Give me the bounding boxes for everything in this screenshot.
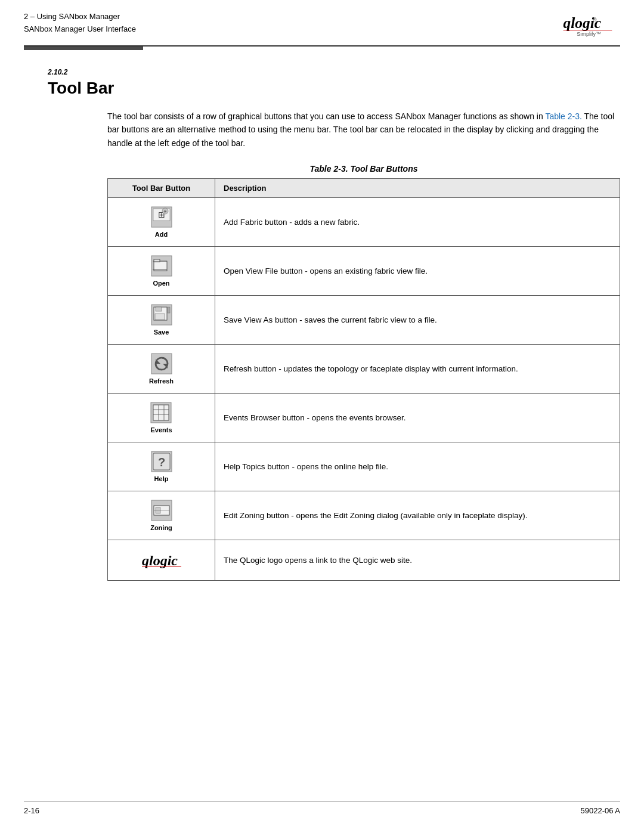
header: 2 – Using SANbox Manager SANbox Manager … [0, 0, 644, 41]
table-row: qlogic The QLogic logo opens a link to t… [108, 540, 620, 581]
svg-text:qlogic: qlogic [142, 553, 178, 568]
logo-area: qlogic ® Simplify™ [561, 11, 620, 41]
footer: 2-16 59022-06 A [24, 801, 620, 815]
table-caption: Table 2-3. Tool Bar Buttons [107, 164, 620, 174]
btn-label-zoning: Zoning [150, 524, 172, 531]
section-title: Tool Bar [48, 79, 620, 98]
table-row: ? HelpHelp Topics button - opens the onl… [108, 442, 620, 491]
btn-img-zoning [151, 500, 172, 523]
svg-rect-23 [153, 405, 169, 420]
button-cell-zoning: Zoning [108, 491, 215, 540]
btn-icon-open: Open [151, 255, 172, 287]
desc-cell-4: Events Browser button - opens the events… [215, 394, 620, 442]
btn-label-add: Add [155, 231, 168, 238]
button-cell-refresh: Refresh [108, 345, 215, 394]
button-cell-open: Open [108, 247, 215, 296]
button-cell-add: ⊞ ✳ Add [108, 198, 215, 247]
col-header-desc: Description [215, 179, 620, 198]
page: 2 – Using SANbox Manager SANbox Manager … [0, 0, 644, 833]
table-row: OpenOpen View File button - opens an exi… [108, 247, 620, 296]
desc-cell-7: The QLogic logo opens a link to the QLog… [215, 540, 620, 581]
svg-text:Simplify™: Simplify™ [577, 31, 601, 37]
btn-img-save [151, 304, 172, 327]
btn-icon-events: Events [150, 402, 172, 433]
main-content: 2.10.2 Tool Bar The tool bar consists of… [0, 50, 644, 605]
button-cell-events: Events [108, 394, 215, 442]
desc-cell-2: Save View As button - saves the current … [215, 296, 620, 345]
svg-rect-11 [154, 259, 160, 262]
btn-img-add: ⊞ ✳ [151, 206, 172, 230]
table-row: RefreshRefresh button - updates the topo… [108, 345, 620, 394]
svg-text:?: ? [157, 456, 165, 469]
btn-icon-qlogic-logo: qlogic [141, 549, 182, 572]
desc-cell-6: Edit Zoning button - opens the Edit Zoni… [215, 491, 620, 540]
table-row: EventsEvents Browser button - opens the … [108, 394, 620, 442]
desc-cell-5: Help Topics button - opens the online he… [215, 442, 620, 491]
btn-label-help: Help [154, 475, 169, 482]
header-line1: 2 – Using SANbox Manager [24, 11, 136, 23]
btn-icon-refresh: Refresh [149, 353, 174, 385]
btn-label-events: Events [150, 426, 172, 433]
svg-rect-17 [155, 314, 165, 320]
btn-img-help: ? [151, 451, 172, 474]
btn-img-qlogic-logo: qlogic [141, 549, 182, 572]
table-row: ⊞ ✳ AddAdd Fabric button - adds a new fa… [108, 198, 620, 247]
btn-label-refresh: Refresh [149, 377, 174, 385]
svg-rect-18 [168, 307, 170, 313]
table-row: SaveSave View As button - saves the curr… [108, 296, 620, 345]
button-cell-qlogic-logo: qlogic [108, 540, 215, 581]
btn-icon-save: Save [151, 304, 172, 336]
header-line2: SANbox Manager User Interface [24, 23, 136, 36]
btn-img-open [151, 255, 172, 278]
desc-cell-1: Open View File button - opens an existin… [215, 247, 620, 296]
btn-icon-zoning: Zoning [150, 500, 172, 531]
svg-text:®: ® [593, 17, 597, 23]
desc-cell-0: Add Fabric button - adds a new fabric. [215, 198, 620, 247]
svg-rect-19 [151, 354, 172, 374]
footer-page-number: 2-16 [24, 806, 39, 815]
btn-img-refresh [151, 353, 172, 376]
col-header-button: Tool Bar Button [108, 179, 215, 198]
btn-icon-add: ⊞ ✳ Add [151, 206, 172, 238]
desc-cell-3: Refresh button - updates the topology or… [215, 345, 620, 394]
svg-text:✳: ✳ [163, 209, 167, 213]
intro-text-before: The tool bar consists of a row of graphi… [107, 112, 543, 121]
table-header-row: Tool Bar Button Description [108, 179, 620, 198]
btn-label-save: Save [154, 329, 169, 336]
tool-bar-table: Tool Bar Button Description ⊞ ✳ AddAdd F… [107, 178, 620, 581]
table-row: ZoningEdit Zoning button - opens the Edi… [108, 491, 620, 540]
table-ref-link[interactable]: Table 2-3. [545, 112, 581, 121]
btn-img-events [150, 402, 172, 425]
button-cell-save: Save [108, 296, 215, 345]
header-text: 2 – Using SANbox Manager SANbox Manager … [24, 11, 136, 36]
footer-doc-number: 59022-06 A [580, 806, 620, 815]
qlogic-logo-icon: qlogic ® Simplify™ [561, 11, 620, 41]
intro-paragraph: The tool bar consists of a row of graphi… [107, 110, 620, 150]
button-cell-help: ? Help [108, 442, 215, 491]
section-number: 2.10.2 [48, 68, 620, 76]
btn-label-open: Open [153, 280, 169, 287]
btn-icon-help: ? Help [151, 451, 172, 482]
svg-rect-16 [156, 307, 162, 311]
